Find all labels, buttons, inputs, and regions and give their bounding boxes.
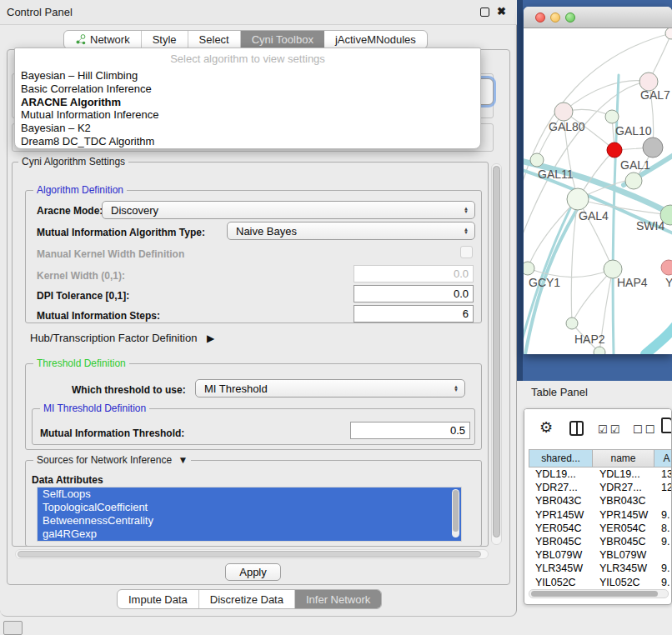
table-row[interactable]: YBR043CYBR043C: [529, 494, 672, 508]
node-gal11[interactable]: [530, 153, 544, 167]
mi-threshold-value: 0.5: [450, 424, 465, 437]
network-canvas[interactable]: GAL7GAL80GAL10GAL1GAL11SWI4GAL4GCY1HAP4Y…: [524, 28, 672, 354]
tab-network[interactable]: Network: [64, 31, 142, 48]
attribute-betweennesscentrality[interactable]: BetweennessCentrality: [38, 514, 461, 528]
split-panes-icon[interactable]: [569, 421, 584, 436]
algorithm-option-basic-correlation-inference[interactable]: Basic Correlation Inference: [15, 82, 480, 96]
tab-infer-network[interactable]: Infer Network: [295, 590, 381, 608]
which-threshold-value: MI Threshold: [204, 382, 268, 395]
table-cell: YBR043C: [529, 494, 593, 508]
attribute-selfloops[interactable]: SelfLoops: [38, 488, 461, 501]
gear-icon[interactable]: ⚙: [539, 418, 553, 437]
node-gal10[interactable]: [605, 110, 619, 123]
table-row[interactable]: YDL19...YDL19...13: [529, 468, 672, 481]
tab-jactivemnodules[interactable]: jActiveMNodules: [324, 31, 427, 48]
table-cell: YBR045C: [593, 535, 654, 548]
algorithm-option-aracne-algorithm[interactable]: ARACNE Algorithm: [15, 96, 480, 109]
mi-threshold-input[interactable]: 0.5: [350, 422, 470, 439]
panel-title: Control Panel: [7, 6, 73, 18]
algorithm-option-mutual-information-inference[interactable]: Mutual Information Inference: [15, 108, 480, 122]
tab-label: Select: [199, 33, 229, 46]
column-header-name[interactable]: name: [593, 449, 654, 468]
minimize-traffic-light-icon[interactable]: [550, 12, 560, 22]
scrollbar-thumb[interactable]: [493, 166, 500, 538]
mi-steps-input[interactable]: 6: [354, 305, 474, 322]
kernel-width-value: 0.0: [454, 268, 469, 280]
node-pink[interactable]: [661, 260, 672, 275]
attribute-gal4rgexp[interactable]: gal4RGexp: [38, 528, 461, 541]
algorithm-option-bayesian-k2[interactable]: Bayesian – K2: [15, 122, 480, 135]
aracne-mode-select[interactable]: Discovery ▲▼: [102, 201, 475, 219]
network-window-titlebar[interactable]: [524, 7, 672, 28]
manual-kernel-label: Manual Kernel Width Definition: [37, 248, 184, 260]
table-row[interactable]: YER054CYER054C8.: [529, 522, 672, 535]
node-gal4[interactable]: [567, 188, 589, 210]
tab-label: Cyni Toolbox: [252, 33, 313, 46]
algorithm-option-dream8-dc-tdc-algorithm[interactable]: Dream8 DC_TDC Algorithm: [15, 135, 480, 148]
scrollbar-thumb[interactable]: [453, 490, 459, 532]
hub-definition-label: Hub/Transcription Factor Definition: [30, 332, 197, 344]
table-body: YDL19...YDL19...13YDR27...YDR27...12YBR0…: [529, 468, 672, 587]
table-cell: [654, 548, 672, 562]
close-traffic-light-icon[interactable]: [535, 12, 545, 22]
tab-label: Impute Data: [128, 593, 188, 606]
table-cell: 9.: [654, 508, 672, 522]
algorithm-option-bayesian-hill-climbing[interactable]: Bayesian – Hill Climbing: [15, 69, 480, 82]
table-row[interactable]: YLR345WYLR345W9.: [529, 562, 672, 575]
data-attributes-list[interactable]: SelfLoopsTopologicalCoefficientBetweenne…: [37, 487, 462, 542]
attribute-topologicalcoefficient[interactable]: TopologicalCoefficient: [38, 501, 461, 514]
tab-impute-data[interactable]: Impute Data: [118, 590, 199, 608]
node-gal1[interactable]: [625, 172, 642, 189]
unchecked-boxes-icon[interactable]: ☐☐: [633, 423, 657, 436]
checked-boxes-icon[interactable]: ☑☑: [598, 423, 622, 436]
aracne-mode-label: Aracne Mode:: [37, 205, 103, 217]
node-gray[interactable]: [643, 138, 663, 158]
tab-select[interactable]: Select: [188, 31, 241, 48]
node-hap2[interactable]: [566, 318, 578, 329]
combo-arrows-icon: ▲▼: [454, 385, 459, 392]
table-row[interactable]: YPR145WYPR145W9.: [529, 508, 672, 522]
scrollbar-thumb[interactable]: [531, 591, 658, 597]
table-cell: 12: [654, 481, 672, 494]
table-row[interactable]: YBR045CYBR045C9.: [529, 535, 672, 548]
tab-style[interactable]: Style: [142, 31, 188, 48]
node-bottom[interactable]: [594, 347, 605, 354]
node-top-right[interactable]: [665, 28, 672, 39]
node-gcy1[interactable]: [524, 262, 534, 275]
settings-group-title: Cyni Algorithm Settings: [18, 156, 128, 168]
settings-horizontal-scrollbar[interactable]: [15, 549, 489, 559]
tab-cyni-toolbox[interactable]: Cyni Toolbox: [241, 31, 324, 48]
table-row[interactable]: YBL079WYBL079W: [529, 548, 672, 562]
close-icon[interactable]: ✖: [497, 5, 506, 18]
table-panel-window: ⚙ ☑☑ ☐☐ shared...nameA YDL19...YDL19...1…: [524, 408, 672, 605]
table-row[interactable]: YDR27...YDR27...12: [529, 481, 672, 494]
manual-kernel-checkbox[interactable]: [460, 246, 473, 258]
minimized-panel-icon[interactable]: [3, 621, 23, 635]
float-window-icon[interactable]: [480, 8, 489, 17]
table-cell: YPR145W: [529, 508, 593, 522]
zoom-traffic-light-icon[interactable]: [565, 12, 575, 22]
list-vertical-scrollbar[interactable]: [452, 489, 459, 538]
scrollbar-thumb[interactable]: [18, 551, 481, 558]
document-icon[interactable]: [661, 418, 672, 433]
table-horizontal-scrollbar[interactable]: [529, 589, 669, 598]
table-cell: YIL052C: [529, 576, 593, 588]
table-row[interactable]: YIL052CYIL052C9.: [529, 576, 672, 588]
sources-title-toggle[interactable]: Sources for Network Inference ▼: [33, 454, 191, 466]
tab-discretize-data[interactable]: Discretize Data: [199, 590, 295, 608]
settings-vertical-scrollbar[interactable]: [491, 163, 502, 545]
hub-definition-toggle[interactable]: Hub/Transcription Factor Definition ▶: [30, 332, 214, 344]
mi-type-select[interactable]: Naive Bayes ▲▼: [227, 222, 475, 240]
node-gal80[interactable]: [554, 102, 573, 121]
kernel-width-label: Kernel Width (0,1):: [37, 270, 125, 282]
kernel-width-input[interactable]: 0.0: [354, 265, 474, 282]
threshold-definition-title: Threshold Definition: [33, 358, 129, 369]
node-label-gal7: GAL7: [640, 88, 670, 102]
which-threshold-select[interactable]: MI Threshold ▲▼: [195, 379, 465, 398]
node-red[interactable]: [607, 142, 622, 158]
algorithm-dropdown-popup: Select algorithm to view settings Bayesi…: [14, 48, 481, 149]
dpi-tolerance-input[interactable]: 0.0: [354, 285, 474, 302]
column-header-shared[interactable]: shared...: [529, 449, 593, 468]
apply-button[interactable]: Apply: [225, 563, 281, 581]
column-header-a[interactable]: A: [654, 449, 672, 468]
